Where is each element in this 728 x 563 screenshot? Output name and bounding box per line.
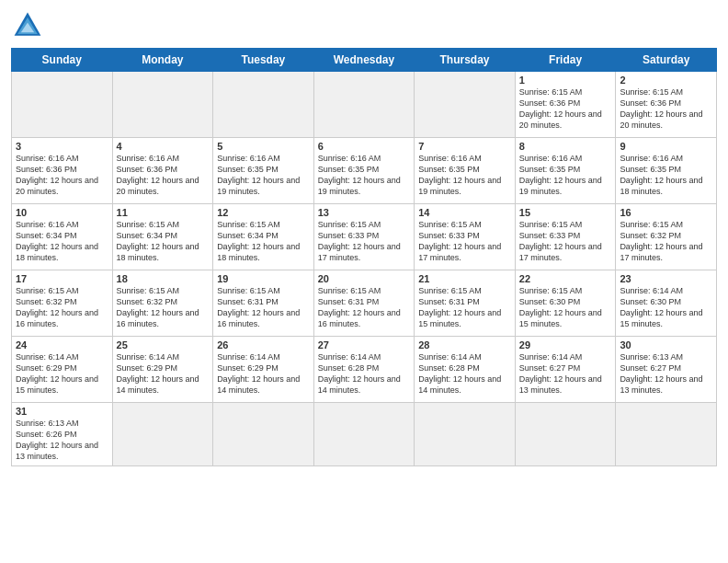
day-number: 25 [117, 339, 210, 350]
week-row-2: 10Sunrise: 6:16 AM Sunset: 6:34 PM Dayli… [12, 204, 717, 270]
day-info: Sunrise: 6:13 AM Sunset: 6:26 PM Dayligh… [16, 418, 108, 463]
day-number: 3 [16, 141, 108, 152]
day-info: Sunrise: 6:15 AM Sunset: 6:33 PM Dayligh… [318, 219, 411, 264]
day-info: Sunrise: 6:15 AM Sunset: 6:36 PM Dayligh… [519, 86, 612, 132]
day-cell: 31Sunrise: 6:13 AM Sunset: 6:26 PM Dayli… [12, 403, 113, 466]
day-number: 9 [620, 141, 712, 152]
day-cell: 3Sunrise: 6:16 AM Sunset: 6:36 PM Daylig… [12, 138, 113, 204]
day-number: 21 [418, 273, 511, 284]
day-number: 6 [318, 141, 411, 152]
day-cell: 7Sunrise: 6:16 AM Sunset: 6:35 PM Daylig… [415, 138, 516, 204]
day-number: 10 [16, 207, 108, 218]
day-number: 14 [418, 207, 511, 218]
day-number: 16 [620, 207, 712, 218]
day-info: Sunrise: 6:14 AM Sunset: 6:28 PM Dayligh… [318, 351, 411, 396]
day-header-monday: Monday [112, 49, 213, 72]
day-number: 2 [620, 75, 712, 86]
day-cell: 15Sunrise: 6:15 AM Sunset: 6:33 PM Dayli… [515, 204, 616, 270]
week-row-4: 24Sunrise: 6:14 AM Sunset: 6:29 PM Dayli… [12, 337, 717, 403]
day-info: Sunrise: 6:14 AM Sunset: 6:27 PM Dayligh… [519, 351, 612, 396]
day-number: 4 [117, 141, 210, 152]
day-info: Sunrise: 6:13 AM Sunset: 6:27 PM Dayligh… [620, 351, 712, 396]
day-number: 18 [117, 273, 210, 284]
day-info: Sunrise: 6:16 AM Sunset: 6:35 PM Dayligh… [318, 153, 411, 198]
day-cell: 22Sunrise: 6:15 AM Sunset: 6:30 PM Dayli… [515, 270, 616, 337]
day-cell: 24Sunrise: 6:14 AM Sunset: 6:29 PM Dayli… [12, 337, 113, 403]
day-info: Sunrise: 6:16 AM Sunset: 6:36 PM Dayligh… [16, 153, 108, 198]
day-number: 20 [318, 273, 411, 284]
day-cell: 1Sunrise: 6:15 AM Sunset: 6:36 PM Daylig… [515, 72, 616, 138]
day-info: Sunrise: 6:16 AM Sunset: 6:35 PM Dayligh… [418, 153, 511, 198]
day-cell [213, 403, 314, 466]
day-info: Sunrise: 6:15 AM Sunset: 6:32 PM Dayligh… [117, 285, 210, 330]
day-info: Sunrise: 6:16 AM Sunset: 6:35 PM Dayligh… [217, 153, 310, 198]
day-number: 22 [519, 273, 612, 284]
day-cell: 21Sunrise: 6:15 AM Sunset: 6:31 PM Dayli… [415, 270, 516, 337]
day-cell: 9Sunrise: 6:16 AM Sunset: 6:35 PM Daylig… [616, 138, 717, 204]
day-header-friday: Friday [515, 49, 616, 72]
day-info: Sunrise: 6:15 AM Sunset: 6:30 PM Dayligh… [519, 285, 612, 330]
day-info: Sunrise: 6:14 AM Sunset: 6:28 PM Dayligh… [418, 351, 511, 396]
day-number: 28 [418, 339, 511, 350]
day-info: Sunrise: 6:15 AM Sunset: 6:31 PM Dayligh… [318, 285, 411, 330]
day-cell: 14Sunrise: 6:15 AM Sunset: 6:33 PM Dayli… [415, 204, 516, 270]
day-info: Sunrise: 6:16 AM Sunset: 6:34 PM Dayligh… [16, 219, 108, 264]
week-row-1: 3Sunrise: 6:16 AM Sunset: 6:36 PM Daylig… [12, 138, 717, 204]
day-cell: 4Sunrise: 6:16 AM Sunset: 6:36 PM Daylig… [112, 138, 213, 204]
day-cell: 18Sunrise: 6:15 AM Sunset: 6:32 PM Dayli… [112, 270, 213, 337]
logo-icon [11, 9, 44, 42]
calendar-table: SundayMondayTuesdayWednesdayThursdayFrid… [11, 48, 717, 466]
day-number: 1 [519, 75, 612, 86]
day-info: Sunrise: 6:14 AM Sunset: 6:29 PM Dayligh… [117, 351, 210, 396]
day-number: 27 [318, 339, 411, 350]
day-number: 29 [519, 339, 612, 350]
day-cell: 27Sunrise: 6:14 AM Sunset: 6:28 PM Dayli… [313, 337, 415, 403]
day-cell [313, 72, 415, 138]
day-cell: 23Sunrise: 6:14 AM Sunset: 6:30 PM Dayli… [616, 270, 717, 337]
day-number: 7 [418, 141, 511, 152]
day-info: Sunrise: 6:15 AM Sunset: 6:33 PM Dayligh… [519, 219, 612, 264]
day-number: 13 [318, 207, 411, 218]
day-cell: 20Sunrise: 6:15 AM Sunset: 6:31 PM Dayli… [313, 270, 415, 337]
day-cell: 11Sunrise: 6:15 AM Sunset: 6:34 PM Dayli… [112, 204, 213, 270]
day-number: 5 [217, 141, 310, 152]
day-headers-row: SundayMondayTuesdayWednesdayThursdayFrid… [12, 49, 717, 72]
day-cell [112, 72, 213, 138]
week-row-3: 17Sunrise: 6:15 AM Sunset: 6:32 PM Dayli… [12, 270, 717, 337]
day-number: 15 [519, 207, 612, 218]
day-cell [415, 403, 516, 466]
day-cell [112, 403, 213, 466]
day-cell: 25Sunrise: 6:14 AM Sunset: 6:29 PM Dayli… [112, 337, 213, 403]
day-cell: 13Sunrise: 6:15 AM Sunset: 6:33 PM Dayli… [313, 204, 415, 270]
week-row-0: 1Sunrise: 6:15 AM Sunset: 6:36 PM Daylig… [12, 72, 717, 138]
day-cell: 28Sunrise: 6:14 AM Sunset: 6:28 PM Dayli… [415, 337, 516, 403]
day-info: Sunrise: 6:16 AM Sunset: 6:35 PM Dayligh… [620, 153, 712, 198]
day-info: Sunrise: 6:14 AM Sunset: 6:30 PM Dayligh… [620, 285, 712, 330]
day-info: Sunrise: 6:16 AM Sunset: 6:35 PM Dayligh… [519, 153, 612, 198]
day-number: 26 [217, 339, 310, 350]
week-row-5: 31Sunrise: 6:13 AM Sunset: 6:26 PM Dayli… [12, 403, 717, 466]
day-header-wednesday: Wednesday [313, 49, 415, 72]
day-cell: 12Sunrise: 6:15 AM Sunset: 6:34 PM Dayli… [213, 204, 314, 270]
day-cell: 5Sunrise: 6:16 AM Sunset: 6:35 PM Daylig… [213, 138, 314, 204]
day-cell [415, 72, 516, 138]
day-header-thursday: Thursday [415, 49, 516, 72]
day-header-saturday: Saturday [616, 49, 717, 72]
day-number: 23 [620, 273, 712, 284]
day-number: 24 [16, 339, 108, 350]
day-cell: 10Sunrise: 6:16 AM Sunset: 6:34 PM Dayli… [12, 204, 113, 270]
day-info: Sunrise: 6:15 AM Sunset: 6:31 PM Dayligh… [217, 285, 310, 330]
day-info: Sunrise: 6:15 AM Sunset: 6:34 PM Dayligh… [117, 219, 210, 264]
day-cell: 30Sunrise: 6:13 AM Sunset: 6:27 PM Dayli… [616, 337, 717, 403]
day-number: 31 [16, 406, 108, 417]
day-cell [515, 403, 616, 466]
day-number: 8 [519, 141, 612, 152]
day-cell: 26Sunrise: 6:14 AM Sunset: 6:29 PM Dayli… [213, 337, 314, 403]
day-cell [616, 403, 717, 466]
day-cell [313, 403, 415, 466]
day-number: 11 [117, 207, 210, 218]
day-cell: 8Sunrise: 6:16 AM Sunset: 6:35 PM Daylig… [515, 138, 616, 204]
day-header-sunday: Sunday [12, 49, 113, 72]
day-cell: 16Sunrise: 6:15 AM Sunset: 6:32 PM Dayli… [616, 204, 717, 270]
day-number: 17 [16, 273, 108, 284]
